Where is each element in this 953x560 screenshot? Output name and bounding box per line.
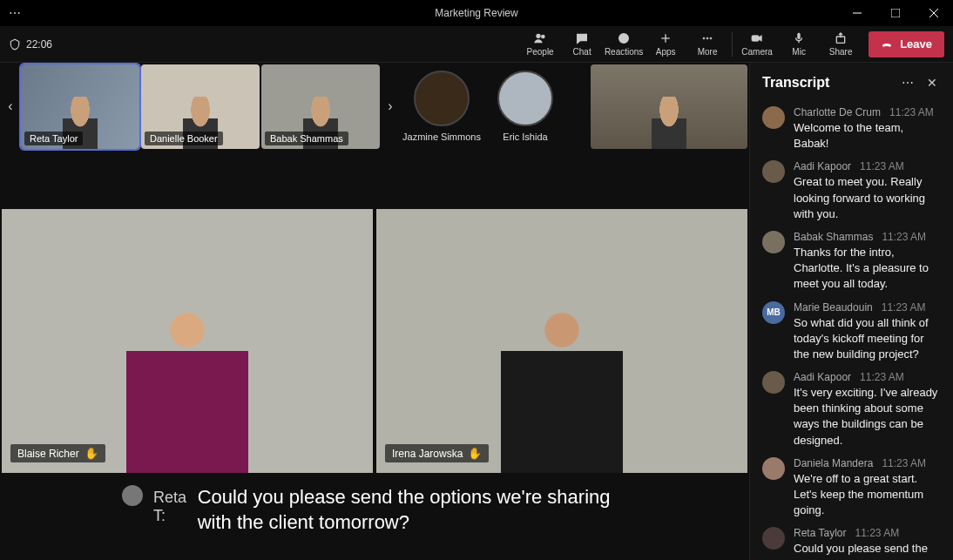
duration-label: 22:06 bbox=[26, 38, 52, 51]
svg-rect-15 bbox=[798, 33, 801, 39]
transcript-header: Transcript ⋯ ✕ bbox=[750, 63, 953, 103]
shield-icon bbox=[9, 38, 21, 51]
chat-button[interactable]: Chat bbox=[561, 26, 603, 63]
transcript-time: 11:23 AM bbox=[860, 160, 904, 172]
transcript-panel: Transcript ⋯ ✕ Charlotte De Crum11:23 AM… bbox=[749, 63, 953, 560]
people-icon bbox=[533, 31, 547, 45]
roster-tile[interactable] bbox=[591, 64, 747, 149]
titlebar: ⋯ Marketing Review bbox=[0, 0, 953, 26]
participant-video bbox=[109, 299, 266, 473]
avatar-icon bbox=[762, 457, 785, 480]
participant-name-label: Babak Shammas bbox=[265, 132, 348, 145]
reactions-button[interactable]: Reactions bbox=[603, 26, 645, 63]
transcript-speaker: Aadi Kapoor bbox=[794, 160, 851, 172]
camera-icon bbox=[750, 31, 764, 45]
meeting-toolbar: 22:06 People Chat Reactions Apps More Ca… bbox=[0, 26, 953, 63]
more-icon bbox=[700, 31, 714, 45]
avatar-icon bbox=[762, 106, 785, 129]
meeting-duration: 22:06 bbox=[9, 38, 52, 51]
transcript-time: 11:23 AM bbox=[889, 106, 934, 118]
transcript-entry: Charlotte De Crum11:23 AMWelcome to the … bbox=[762, 106, 941, 152]
main-video-tile[interactable]: Blaise Richer ✋ bbox=[2, 209, 373, 473]
roster-avatar[interactable]: Jazmine Simmons bbox=[401, 71, 483, 142]
roster-next-button[interactable]: › bbox=[382, 63, 399, 150]
maximize-button[interactable] bbox=[876, 0, 915, 26]
participant-video bbox=[483, 299, 640, 473]
svg-point-4 bbox=[537, 34, 540, 37]
mic-button[interactable]: Mic bbox=[778, 26, 820, 63]
apps-button[interactable]: Apps bbox=[645, 26, 686, 63]
leave-button[interactable]: Leave bbox=[869, 31, 944, 57]
transcript-text: So what did you all think of today's kic… bbox=[794, 315, 941, 363]
transcript-text: We're off to a great start. Let's keep t… bbox=[794, 471, 941, 519]
share-button[interactable]: Share bbox=[820, 26, 862, 63]
svg-rect-14 bbox=[752, 36, 759, 42]
titlebar-menu-dots[interactable]: ⋯ bbox=[9, 6, 22, 20]
transcript-entry: Babak Shammas11:23 AMThanks for the intr… bbox=[762, 231, 941, 293]
roster-prev-button[interactable]: ‹ bbox=[2, 63, 19, 150]
participant-roster: ‹ Reta Taylor Danielle Booker Babak Sham… bbox=[0, 63, 749, 150]
transcript-time: 11:23 AM bbox=[855, 527, 899, 539]
participant-name-label: Eric Ishida bbox=[503, 132, 547, 142]
participant-name-label: Irena Jarowska ✋ bbox=[385, 444, 489, 462]
transcript-text: It's very exciting. I've already been th… bbox=[794, 385, 941, 449]
raised-hand-icon: ✋ bbox=[84, 447, 98, 460]
people-button[interactable]: People bbox=[519, 26, 561, 63]
transcript-speaker: Daniela Mandera bbox=[794, 457, 873, 469]
more-button[interactable]: More bbox=[686, 26, 728, 63]
avatar-icon bbox=[497, 71, 553, 126]
caption-speaker: Reta T: bbox=[153, 489, 187, 525]
transcript-speaker: Aadi Kapoor bbox=[794, 371, 851, 383]
apps-icon bbox=[659, 31, 673, 45]
close-button[interactable] bbox=[915, 0, 953, 26]
svg-point-12 bbox=[706, 37, 708, 39]
camera-button[interactable]: Camera bbox=[736, 26, 778, 63]
raised-hand-icon: ✋ bbox=[468, 447, 482, 460]
avatar-icon bbox=[762, 160, 785, 183]
live-caption: Reta T: Could you please send the option… bbox=[0, 473, 749, 560]
participant-name-label: Reta Taylor bbox=[24, 132, 83, 145]
panel-title: Transcript bbox=[762, 75, 892, 91]
avatar-icon bbox=[762, 527, 785, 550]
svg-point-7 bbox=[622, 37, 623, 37]
transcript-entry: MBMarie Beaudouin11:23 AMSo what did you… bbox=[762, 301, 941, 363]
avatar-icon: MB bbox=[762, 301, 785, 324]
panel-more-button[interactable]: ⋯ bbox=[899, 76, 916, 90]
roster-tile[interactable]: Babak Shammas bbox=[261, 64, 380, 149]
avatar-icon bbox=[762, 231, 785, 253]
svg-point-11 bbox=[703, 37, 705, 39]
transcript-speaker: Babak Shammas bbox=[794, 231, 873, 243]
share-icon bbox=[834, 31, 848, 45]
toolbar-divider bbox=[732, 32, 733, 57]
transcript-speaker: Marie Beaudouin bbox=[794, 301, 873, 314]
participant-name-label: Blaise Richer ✋ bbox=[10, 444, 105, 462]
transcript-time: 11:23 AM bbox=[882, 457, 926, 469]
transcript-text: Welcome to the team, Babak! bbox=[794, 120, 941, 152]
roster-tile[interactable]: Danielle Booker bbox=[141, 64, 260, 149]
roster-tile[interactable]: Reta Taylor bbox=[21, 64, 139, 149]
transcript-speaker: Charlotte De Crum bbox=[794, 106, 881, 118]
panel-close-button[interactable]: ✕ bbox=[923, 76, 941, 90]
hangup-icon bbox=[881, 38, 893, 51]
transcript-entry: Aadi Kapoor11:23 AMIt's very exciting. I… bbox=[762, 371, 941, 449]
window-controls bbox=[838, 0, 953, 26]
main-video-grid: Blaise Richer ✋ Irena Jarowska ✋ bbox=[0, 150, 749, 473]
main-video-tile[interactable]: Irena Jarowska ✋ bbox=[376, 209, 747, 473]
participant-name-label: Jazmine Simmons bbox=[402, 132, 481, 142]
chat-icon bbox=[575, 31, 589, 45]
svg-point-6 bbox=[619, 34, 629, 44]
transcript-speaker: Reta Taylor bbox=[794, 527, 846, 539]
avatar-icon bbox=[762, 371, 785, 394]
svg-point-5 bbox=[542, 35, 544, 37]
transcript-text: Great to meet you. Really looking forwar… bbox=[794, 174, 941, 222]
svg-rect-1 bbox=[891, 9, 900, 17]
window-title: Marketing Review bbox=[435, 7, 517, 19]
transcript-body[interactable]: Charlotte De Crum11:23 AMWelcome to the … bbox=[750, 103, 953, 560]
caption-avatar bbox=[122, 485, 143, 506]
participant-name-label: Danielle Booker bbox=[145, 132, 223, 145]
transcript-time: 11:23 AM bbox=[882, 301, 926, 314]
transcript-time: 11:23 AM bbox=[860, 371, 904, 383]
minimize-button[interactable] bbox=[838, 0, 876, 26]
roster-avatar[interactable]: Eric Ishida bbox=[484, 71, 566, 142]
transcript-entry: Daniela Mandera11:23 AMWe're off to a gr… bbox=[762, 457, 941, 519]
